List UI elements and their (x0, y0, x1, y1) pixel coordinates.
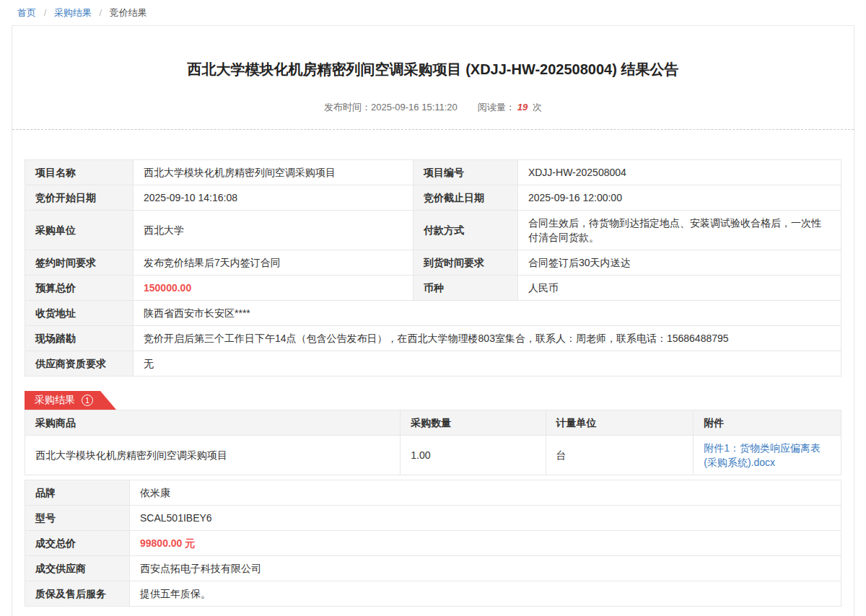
table-row: 质保及售后服务 提供五年质保。 (25, 581, 841, 607)
award-detail-table: 品牌 依米康 型号 SCAL501IBEY6 成交总价 99800.00 元 成… (25, 480, 841, 607)
table-row: 型号 SCAL501IBEY6 (25, 506, 841, 531)
info-value: 西北大学模块化机房精密列间空调采购项目 (134, 160, 414, 185)
breadcrumb-home-link[interactable]: 首页 (17, 7, 36, 18)
article-meta: 发布时间：2025-09-16 15:11:20阅读量：19 次 (12, 101, 854, 114)
info-value: 2025-09-10 14:16:08 (134, 185, 414, 211)
result-quantity: 1.00 (401, 436, 546, 475)
info-label: 供应商资质要求 (25, 351, 134, 377)
info-value: 无 (134, 351, 841, 377)
read-count-value: 19 (517, 102, 528, 113)
table-row: 成交总价 99800.00 元 (25, 531, 841, 556)
table-row: 项目名称 西北大学模块化机房精密列间空调采购项目 项目编号 XDJJ-HW-20… (25, 160, 841, 185)
detail-value: 西安点拓电子科技有限公司 (130, 556, 841, 581)
info-value: 竞价开启后第三个工作日下午14点（包含公告发布日），在西北大学物理楼803室集合… (134, 326, 841, 351)
info-value: 2025-09-16 12:00:00 (517, 185, 841, 211)
table-row: 收货地址 陕西省西安市长安区**** (25, 301, 841, 326)
result-product-name: 西北大学模块化机房精密列间空调采购项目 (25, 436, 401, 475)
info-label: 到货时间要求 (413, 250, 517, 276)
detail-label: 成交总价 (25, 531, 130, 556)
info-label: 签约时间要求 (25, 250, 134, 276)
info-label: 现场踏勘 (25, 326, 134, 351)
budget-total-value: 150000.00 (134, 276, 414, 301)
detail-value: SCAL501IBEY6 (130, 506, 841, 531)
detail-label: 型号 (25, 506, 130, 531)
project-info-table: 项目名称 西北大学模块化机房精密列间空调采购项目 项目编号 XDJJ-HW-20… (25, 159, 841, 377)
breadcrumb: 首页 / 采购结果 / 竞价结果 (0, 0, 866, 25)
info-value: 陕西省西安市长安区**** (134, 301, 841, 326)
info-value: 西北大学 (134, 211, 414, 250)
read-count-unit: 次 (533, 102, 542, 113)
table-header-row: 采购商品 采购数量 计量单位 附件 (25, 410, 841, 436)
info-label: 币种 (413, 276, 517, 301)
table-row: 成交供应商 西安点拓电子科技有限公司 (25, 556, 841, 581)
info-label: 预算总价 (25, 276, 134, 301)
result-column-header: 计量单位 (546, 410, 694, 436)
table-row: 西北大学模块化机房精密列间空调采购项目 1.00 台 附件1：货物类响应偏离表(… (25, 436, 841, 475)
result-table: 采购商品 采购数量 计量单位 附件 西北大学模块化机房精密列间空调采购项目 1.… (25, 410, 841, 475)
breadcrumb-current: 竞价结果 (110, 7, 147, 18)
info-label: 项目名称 (25, 160, 134, 185)
breadcrumb-separator: / (100, 7, 102, 18)
table-row: 供应商资质要求 无 (25, 351, 841, 377)
result-badge-label: 采购结果 (35, 394, 75, 407)
table-row: 竞价开始日期 2025-09-10 14:16:08 竞价截止日期 2025-0… (25, 185, 841, 211)
info-label: 竞价截止日期 (413, 185, 517, 211)
attachment-link[interactable]: 附件1：货物类响应偏离表(采购系统).docx (704, 442, 821, 468)
detail-value: 依米康 (130, 480, 841, 506)
info-value: 人民币 (517, 276, 841, 301)
result-section-badge: 采购结果 1 (25, 391, 116, 410)
info-value: 合同生效后，待货物到达指定地点、安装调试验收合格后，一次性付清合同货款。 (517, 211, 841, 250)
content-area: 项目名称 西北大学模块化机房精密列间空调采购项目 项目编号 XDJJ-HW-20… (12, 130, 854, 607)
info-label: 采购单位 (25, 211, 134, 250)
result-section-header: 采购结果 1 (25, 391, 841, 410)
breadcrumb-purchase-results-link[interactable]: 采购结果 (54, 7, 92, 18)
publish-time-label: 发布时间： (324, 102, 371, 113)
info-label: 项目编号 (413, 160, 517, 185)
info-label: 付款方式 (413, 211, 517, 250)
table-row: 品牌 依米康 (25, 480, 841, 506)
result-column-header: 附件 (694, 410, 841, 436)
result-column-header: 采购商品 (25, 410, 401, 436)
info-value: XDJJ-HW-202508004 (517, 160, 841, 185)
detail-value: 提供五年质保。 (130, 581, 841, 607)
detail-label: 成交供应商 (25, 556, 130, 581)
table-row: 签约时间要求 发布竞价结果后7天内签订合同 到货时间要求 合同签订后30天内送达 (25, 250, 841, 276)
result-unit: 台 (546, 436, 694, 475)
info-label: 竞价开始日期 (25, 185, 134, 211)
table-row: 现场踏勘 竞价开启后第三个工作日下午14点（包含公告发布日），在西北大学物理楼8… (25, 326, 841, 351)
info-value: 合同签订后30天内送达 (517, 250, 841, 276)
announcement-card: 西北大学模块化机房精密列间空调采购项目 (XDJJ-HW-202508004) … (12, 25, 854, 616)
page-title: 西北大学模块化机房精密列间空调采购项目 (XDJJ-HW-202508004) … (56, 59, 810, 79)
breadcrumb-separator: / (44, 7, 47, 18)
table-row: 采购单位 西北大学 付款方式 合同生效后，待货物到达指定地点、安装调试验收合格后… (25, 211, 841, 250)
result-badge-count: 1 (82, 395, 93, 406)
award-total-price: 99800.00 元 (130, 531, 841, 556)
detail-label: 质保及售后服务 (25, 581, 130, 607)
publish-time-value: 2025-09-16 15:11:20 (371, 102, 458, 113)
result-column-header: 采购数量 (401, 410, 546, 436)
info-value: 发布竞价结果后7天内签订合同 (134, 250, 414, 276)
table-row: 预算总价 150000.00 币种 人民币 (25, 276, 841, 301)
detail-label: 品牌 (25, 480, 130, 506)
read-count-label: 阅读量： (478, 102, 515, 113)
info-label: 收货地址 (25, 301, 134, 326)
